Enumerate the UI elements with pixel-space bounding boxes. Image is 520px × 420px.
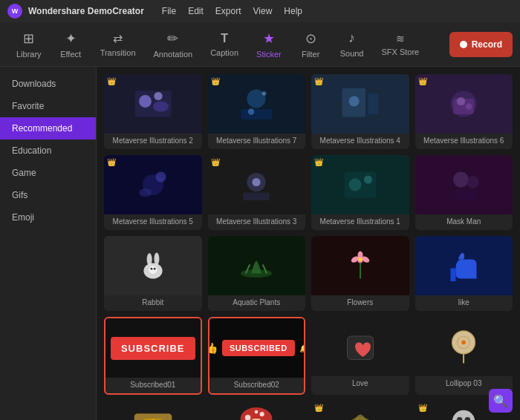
sticker-bag[interactable]: 👑 (311, 401, 409, 420)
sticker-maskman[interactable]: Mask Man (415, 155, 513, 230)
sticker-thumb-lollipop03 (415, 317, 513, 376)
sticker-aquatic[interactable]: Aquatic Plants (208, 236, 306, 311)
sticker-treasure[interactable] (104, 401, 202, 420)
svg-rect-26 (453, 190, 477, 200)
svg-point-13 (457, 97, 465, 105)
menu-file[interactable]: File (162, 6, 176, 16)
svg-point-24 (453, 172, 469, 188)
menu-view[interactable]: View (253, 6, 273, 16)
toolbar-effect[interactable]: ✦ Effect (51, 27, 91, 62)
svg-point-16 (139, 188, 152, 197)
svg-point-14 (466, 103, 472, 109)
toolbar: ⊞ Library ✦ Effect ⇄ Transition ✏ Annota… (0, 22, 520, 67)
sticker-thumb-metaverse5: 👑 (104, 155, 202, 214)
sticker-subscribed01[interactable]: SUBSCRIBE Subscribed01 (104, 317, 202, 395)
toolbar-library[interactable]: ⊞ Library (7, 27, 51, 62)
sticker-content: 👑 Metaverse Illustrations 2 👑 (97, 67, 520, 420)
sticker-thumb-metaverse4: 👑 (311, 74, 409, 134)
sticker-metaverse7[interactable]: 👑 Metaverse Illustrations 7 (208, 74, 306, 149)
search-icon: 🔍 (493, 394, 508, 408)
sticker-svg (429, 245, 498, 286)
app-name: Wondershare DemoCreator (28, 6, 144, 16)
sticker-label-metaverse3: Metaverse Illustrations 3 (208, 214, 306, 230)
toolbar-sfx-store[interactable]: ≋ SFX Store (372, 30, 428, 59)
svg-point-54 (260, 412, 264, 416)
sticker-lollipop03[interactable]: Lollipop 03 (415, 317, 513, 395)
sticker-label-rabbit: Rabbit (104, 295, 202, 311)
sticker-svg (119, 164, 187, 206)
sticker-metaverse2[interactable]: 👑 Metaverse Illustrations 2 (104, 74, 202, 149)
svg-point-1 (139, 95, 152, 108)
sticker-label-metaverse5: Metaverse Illustrations 5 (104, 214, 202, 230)
sticker-thumb-subscribed02: 👍 SUBSCRIBED 🔔 (209, 318, 305, 378)
toolbar-filter[interactable]: ⊙ Filter (290, 27, 331, 62)
toolbar-sound[interactable]: ♪ Sound (331, 27, 373, 61)
toolbar-sfx-label: SFX Store (381, 47, 419, 56)
record-button[interactable]: Record (449, 32, 513, 57)
sticker-icon: ★ (263, 30, 275, 47)
toolbar-sticker[interactable]: ★ Sticker (247, 27, 290, 62)
sticker-rabbit[interactable]: Rabbit (104, 236, 202, 311)
search-button[interactable]: 🔍 (489, 389, 513, 413)
sticker-metaverse3[interactable]: 👑 Metaverse Illustrations 3 (208, 155, 306, 230)
svg-point-22 (348, 179, 361, 191)
sidebar-item-emoji[interactable]: Emoji (0, 206, 96, 229)
svg-point-58 (452, 410, 475, 420)
toolbar-library-label: Library (16, 50, 42, 59)
sticker-svg (429, 164, 498, 206)
sticker-label-metaverse2: Metaverse Illustrations 2 (104, 134, 202, 149)
app-logo: W (7, 4, 22, 19)
sticker-like[interactable]: like (415, 236, 513, 311)
sticker-metaverse5[interactable]: 👑 Metaverse Illustrations 5 (104, 155, 202, 230)
sidebar-item-game[interactable]: Game (0, 162, 96, 184)
sticker-metaverse1[interactable]: 👑 Metaverse Illustrations 1 (311, 155, 409, 230)
sticker-flowers[interactable]: Flowers (311, 236, 409, 311)
sticker-thumb-bag: 👑 (311, 401, 409, 420)
sticker-thumb-mushroom (208, 401, 306, 420)
toolbar-transition-label: Transition (100, 48, 136, 57)
sticker-subscribed02[interactable]: 👍 SUBSCRIBED 🔔 Subscribed02 (208, 317, 306, 395)
title-bar: W Wondershare DemoCreator File Edit Expo… (0, 0, 520, 22)
sticker-mushroom[interactable] (208, 401, 306, 420)
menu-export[interactable]: Export (215, 6, 241, 16)
toolbar-caption[interactable]: T Caption (201, 29, 247, 60)
crown-icon: 👑 (107, 158, 116, 166)
sidebar-item-gifs[interactable]: Gifs (0, 184, 96, 206)
sticker-label-aquatic: Aquatic Plants (208, 295, 306, 311)
sidebar-item-downloads[interactable]: Downloads (0, 73, 96, 95)
sticker-metaverse6[interactable]: 👑 Metaverse Illustrations 6 (415, 74, 513, 149)
sidebar-item-recommended[interactable]: Recommended (0, 117, 96, 140)
sticker-love[interactable]: Love (311, 317, 409, 395)
sticker-thumb-metaverse7: 👑 (208, 74, 306, 134)
menu-help[interactable]: Help (284, 6, 302, 16)
sticker-thumb-like (415, 236, 513, 295)
crown-icon: 👑 (314, 404, 323, 412)
sticker-svg (326, 164, 394, 206)
crown-icon: 👑 (418, 77, 427, 85)
svg-point-10 (348, 96, 359, 107)
sticker-svg (222, 245, 290, 286)
toolbar-annotation[interactable]: ✏ Annotation (145, 27, 202, 62)
menu-edit[interactable]: Edit (188, 6, 204, 16)
sticker-thumb-metaverse2: 👑 (104, 74, 202, 134)
filter-icon: ⊙ (305, 30, 316, 47)
sticker-svg (119, 245, 187, 286)
sticker-svg (119, 407, 187, 420)
sidebar-item-favorite[interactable]: Favorite (0, 95, 96, 117)
sticker-label-maskman: Mask Man (415, 214, 513, 230)
sfx-icon: ≋ (396, 33, 405, 45)
sticker-thumb-metaverse3: 👑 (208, 155, 306, 214)
sticker-svg (326, 245, 394, 286)
svg-point-6 (248, 108, 254, 114)
sidebar-item-education[interactable]: Education (0, 140, 96, 162)
sidebar: Downloads Favorite Recommended Education… (0, 67, 97, 420)
toolbar-annotation-label: Annotation (154, 50, 193, 59)
toolbar-transition[interactable]: ⇄ Transition (91, 28, 145, 60)
sticker-svg (222, 164, 290, 206)
svg-point-29 (154, 253, 159, 266)
sticker-metaverse4[interactable]: 👑 Metaverse Illustrations 4 (311, 74, 409, 149)
sticker-grid: 👑 Metaverse Illustrations 2 👑 (104, 74, 513, 420)
sticker-svg (429, 326, 498, 367)
main-area: Downloads Favorite Recommended Education… (0, 67, 520, 420)
effect-icon: ✦ (65, 30, 77, 47)
